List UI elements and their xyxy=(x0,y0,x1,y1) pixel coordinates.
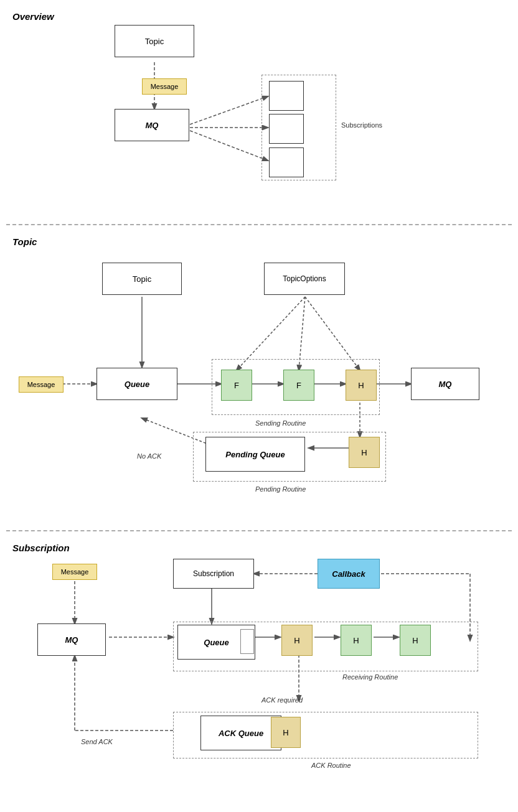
topic-mq-box: MQ xyxy=(411,368,479,400)
sub-ack-queue-box: ACK Queue xyxy=(200,716,281,750)
sub-message-label: Message xyxy=(52,564,97,580)
overview-sub1-box xyxy=(269,81,304,111)
topic-sending-routine-label: Sending Routine xyxy=(255,419,306,427)
svg-line-3 xyxy=(190,131,268,161)
sub-h2-box: H xyxy=(341,625,372,656)
sub-ack-required-label: ACK required xyxy=(261,696,303,704)
topic-title: Topic xyxy=(12,236,506,247)
topic-pending-queue-box: Pending Queue xyxy=(205,437,305,472)
sub-mq-box: MQ xyxy=(37,623,106,656)
overview-subscriptions-label: Subscriptions xyxy=(341,121,382,129)
sub-h-ack-box: H xyxy=(271,717,301,748)
overview-mq-box: MQ xyxy=(115,109,189,141)
sub-callback-box: Callback xyxy=(318,559,380,589)
topic-no-ack-label: No ACK xyxy=(137,452,161,460)
svg-line-1 xyxy=(190,96,268,124)
topic-f2-box: F xyxy=(283,370,314,401)
overview-sub2-box xyxy=(269,114,304,144)
topic-topic-box: Topic xyxy=(102,263,182,295)
overview-message-label: Message xyxy=(142,78,187,95)
sub-ack-routine-label: ACK Routine xyxy=(311,762,351,769)
topic-pending-routine-label: Pending Routine xyxy=(255,485,306,493)
sub-h1-box: H xyxy=(281,625,313,656)
overview-title: Overview xyxy=(12,11,506,22)
topic-f1-box: F xyxy=(221,370,252,401)
overview-sub3-box xyxy=(269,147,304,177)
sub-receiving-routine-label: Receiving Routine xyxy=(342,673,398,681)
topic-options-box: TopicOptions xyxy=(264,263,345,295)
sub-h3-box: H xyxy=(400,625,431,656)
overview-topic-box: Topic xyxy=(115,25,194,57)
overview-diagram xyxy=(0,0,518,212)
sub-send-ack-label: Send ACK xyxy=(81,738,113,745)
topic-message-label: Message xyxy=(19,376,64,393)
topic-h1-box: H xyxy=(346,370,377,401)
topic-queue-box: Queue xyxy=(97,368,177,400)
topic-h2-box: H xyxy=(349,437,380,468)
subscription-title: Subscription xyxy=(12,543,506,553)
sub-subscription-box: Subscription xyxy=(173,559,254,589)
sub-queue-inner xyxy=(240,629,254,654)
